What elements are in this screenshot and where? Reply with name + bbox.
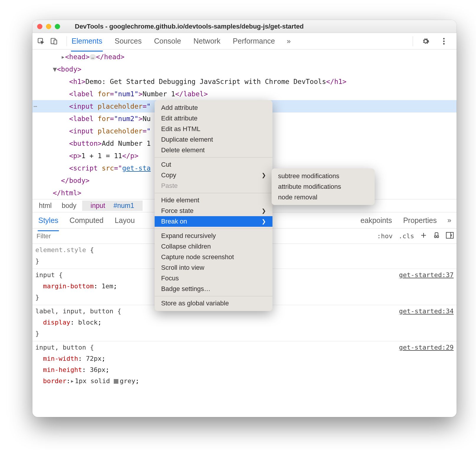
main-toolbar: Elements Sources Console Network Perform… — [32, 33, 457, 49]
cls-toggle[interactable]: .cls — [399, 232, 414, 240]
subtab-layout[interactable]: Layou — [114, 213, 135, 228]
dom-line-h1[interactable]: <h1>Demo: Get Started Debugging JavaScri… — [32, 75, 457, 88]
ctx-break-on[interactable]: Break on❯ — [155, 216, 272, 227]
main-tabs: Elements Sources Console Network Perform… — [71, 34, 409, 48]
ctx-store-as-global[interactable]: Store as global variable — [155, 298, 272, 309]
ctx-hide-element[interactable]: Hide element — [155, 195, 272, 206]
hov-toggle[interactable]: :hov — [377, 232, 393, 240]
ctx-scroll-into-view[interactable]: Scroll into view — [155, 262, 272, 273]
svg-point-4 — [443, 40, 444, 42]
kebab-menu-icon[interactable] — [439, 37, 448, 46]
ctx-cut[interactable]: Cut — [155, 159, 272, 170]
rule-input-button[interactable]: get-started:29 input, button { min-width… — [32, 341, 457, 388]
tab-sources[interactable]: Sources — [114, 34, 142, 48]
subtab-properties[interactable]: Properties — [403, 213, 437, 228]
ellipsis-badge[interactable]: … — [90, 54, 96, 60]
more-tabs-icon[interactable]: » — [287, 37, 290, 45]
dom-line-head[interactable]: ▸<head>…</head> — [32, 51, 457, 63]
more-subtabs-icon[interactable]: » — [447, 216, 451, 224]
ctx-expand-recursively[interactable]: Expand recursively — [155, 231, 272, 241]
separator — [413, 36, 413, 46]
styles-filter-tools: :hov .cls — [377, 232, 454, 241]
source-link[interactable]: get-started:34 — [399, 306, 454, 317]
ctx-edit-as-html[interactable]: Edit as HTML — [155, 124, 272, 134]
new-rule-icon[interactable] — [420, 232, 427, 241]
color-swatch-icon[interactable] — [114, 379, 118, 384]
paint-brush-icon[interactable] — [433, 232, 440, 241]
ctx-copy[interactable]: Copy❯ — [155, 170, 272, 181]
maximize-window-icon[interactable] — [55, 24, 60, 29]
svg-point-3 — [443, 38, 444, 39]
svg-rect-2 — [54, 40, 57, 44]
tab-console[interactable]: Console — [153, 34, 182, 48]
window-titlebar: DevTools - googlechrome.github.io/devtoo… — [32, 20, 457, 33]
ctx-collapse-children[interactable]: Collapse children — [155, 241, 272, 252]
chevron-right-icon: ❯ — [262, 218, 266, 225]
device-toolbar-icon[interactable] — [49, 37, 58, 46]
window-title: DevTools - googlechrome.github.io/devtoo… — [75, 23, 304, 30]
source-link[interactable]: get-started:29 — [399, 342, 454, 353]
dom-line-body-open[interactable]: ▼<body> — [32, 63, 457, 75]
separator — [155, 229, 272, 229]
ctx-paste: Paste — [155, 181, 272, 191]
tab-network[interactable]: Network — [193, 34, 221, 48]
context-menu[interactable]: Add attribute Edit attribute Edit as HTM… — [155, 100, 272, 311]
ctx-focus[interactable]: Focus — [155, 273, 272, 284]
submenu-attribute-modifications[interactable]: attribute modifications — [272, 181, 375, 192]
tab-performance[interactable]: Performance — [232, 34, 275, 48]
tab-elements[interactable]: Elements — [71, 34, 103, 48]
separator — [155, 157, 272, 158]
subtab-computed[interactable]: Computed — [69, 213, 104, 228]
separator — [155, 296, 272, 296]
submenu-node-removal[interactable]: node removal — [272, 192, 375, 203]
ctx-duplicate-element[interactable]: Duplicate element — [155, 134, 272, 145]
ctx-edit-attribute[interactable]: Edit attribute — [155, 113, 272, 124]
break-on-submenu[interactable]: subtree modifications attribute modifica… — [272, 168, 375, 205]
svg-point-5 — [443, 43, 444, 44]
ctx-force-state[interactable]: Force state❯ — [155, 206, 272, 216]
separator — [155, 193, 272, 193]
chevron-right-icon: ❯ — [262, 208, 266, 214]
ctx-delete-element[interactable]: Delete element — [155, 145, 272, 155]
breadcrumb-input[interactable]: input#num1 — [82, 201, 142, 211]
separator — [67, 36, 67, 46]
panel-layout-icon[interactable] — [446, 232, 454, 240]
breadcrumb-html[interactable]: html — [35, 201, 56, 211]
inspect-element-icon[interactable] — [37, 37, 45, 46]
submenu-subtree-modifications[interactable]: subtree modifications — [272, 171, 375, 181]
dom-line-label1[interactable]: <label for="num1">Number 1</label> — [32, 88, 457, 100]
subtab-breakpoints[interactable]: eakpoints — [360, 213, 393, 228]
close-window-icon[interactable] — [37, 24, 42, 29]
ctx-add-attribute[interactable]: Add attribute — [155, 102, 272, 113]
ctx-capture-node-screenshot[interactable]: Capture node screenshot — [155, 252, 272, 262]
gear-icon[interactable] — [421, 37, 430, 46]
minimize-window-icon[interactable] — [46, 24, 51, 29]
toolbar-right — [421, 37, 452, 46]
ctx-badge-settings[interactable]: Badge settings… — [155, 284, 272, 294]
breadcrumb-body[interactable]: body — [57, 201, 80, 211]
source-link[interactable]: get-started:37 — [399, 269, 454, 281]
traffic-lights — [37, 24, 60, 29]
subtab-styles[interactable]: Styles — [38, 213, 59, 228]
chevron-right-icon: ❯ — [262, 172, 266, 178]
svg-rect-6 — [446, 232, 453, 238]
